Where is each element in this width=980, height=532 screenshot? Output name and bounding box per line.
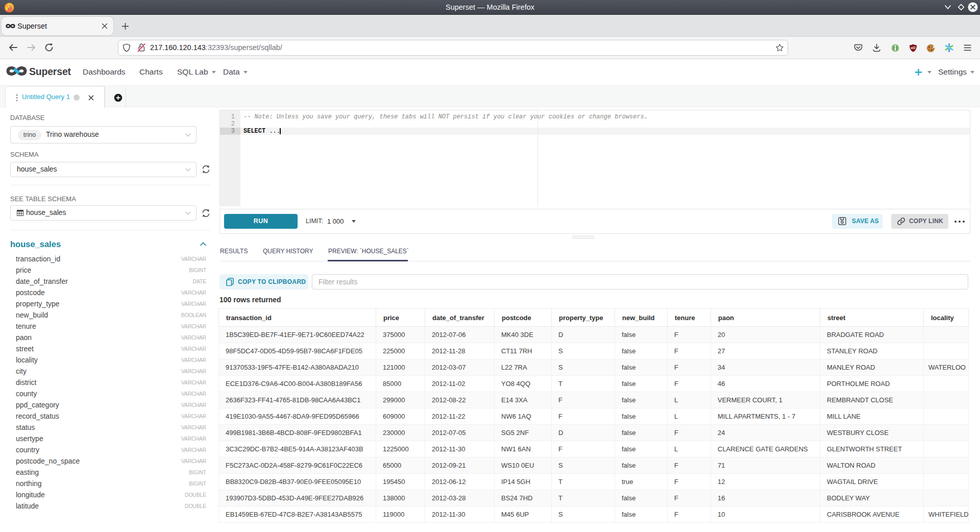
svg-text:uO: uO bbox=[911, 46, 915, 50]
